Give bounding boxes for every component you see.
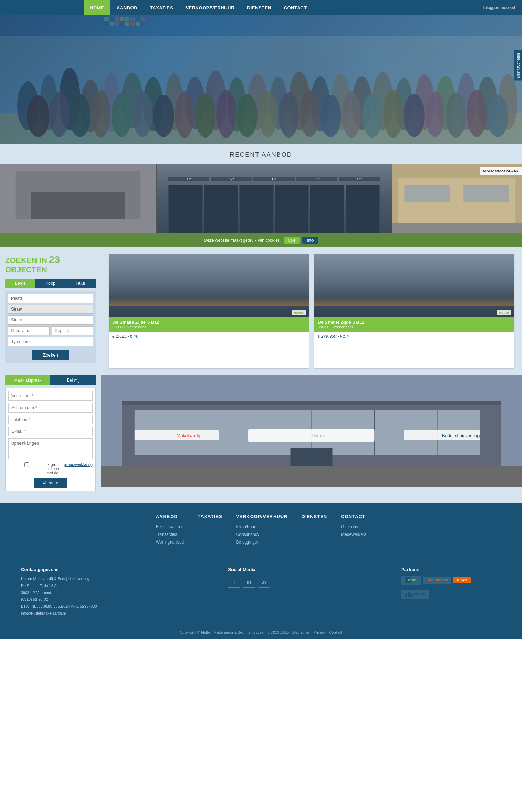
svg-rect-61	[120, 22, 124, 26]
straat-label	[8, 305, 93, 314]
svg-rect-53	[120, 17, 124, 21]
footer-company: Hutten Makelaardij & Bedrijfshuisvesting…	[21, 576, 97, 617]
twitter-icon[interactable]: tw	[258, 576, 270, 588]
footer-col-contact: CONTACT Over ons Medewerkers	[341, 514, 366, 547]
svg-text:Bedrijfshuisvesting: Bedrijfshuisvesting	[442, 433, 480, 438]
footer-woningaanbod[interactable]: Woningaanbod	[156, 540, 184, 545]
verstuur-button[interactable]: Verstuur	[34, 478, 67, 488]
partner-row-1: tmi tmi Cyclomedia funda	[401, 576, 501, 585]
zoeken-button[interactable]: Zoeken	[32, 350, 68, 360]
svg-rect-65	[141, 22, 145, 26]
svg-rect-89	[122, 401, 501, 405]
prop-card-price-2: € 279.950,- v.o.n.	[314, 332, 514, 341]
cookie-info-button[interactable]: Info	[302, 237, 318, 244]
footer-transacties[interactable]: Transacties	[156, 532, 184, 537]
email-input[interactable]	[8, 427, 93, 436]
footer-email[interactable]: info@HuttenMakelaardij.nl	[21, 611, 66, 615]
svg-point-29	[92, 90, 110, 138]
cookie-ok-button[interactable]: Oké	[284, 237, 300, 244]
property-card-2[interactable]: Hutten De Smalle Zijde 5 B12 3903 LL Vee…	[314, 254, 514, 368]
telefoon-input[interactable]	[8, 415, 93, 424]
achternaam-input[interactable]	[8, 403, 93, 413]
footer-bedrijfsaanbod[interactable]: Bedrijfsaanbod	[156, 524, 184, 529]
svg-rect-64	[136, 22, 140, 26]
type-pand-input[interactable]	[8, 337, 93, 346]
footer-consultancy[interactable]: Consultancy	[236, 532, 288, 537]
nav-verkoop[interactable]: VERKOOP/VERHUUR	[179, 0, 240, 15]
svg-point-38	[279, 92, 299, 138]
footer-koop-huur[interactable]: Koop/huur	[236, 524, 288, 529]
svg-rect-51	[110, 17, 114, 21]
svg-point-27	[49, 92, 69, 137]
svg-text:tmi: tmi	[408, 578, 411, 582]
svg-point-35	[216, 90, 236, 138]
mijn-favorieten-tab[interactable]: Mijn favorieten	[514, 50, 522, 81]
prop-card-title-2: De Smalle Zijde 5 B12	[318, 320, 511, 325]
footer-verkoop-heading: VERKOOP/VERHUUR	[236, 514, 288, 519]
svg-point-31	[133, 91, 152, 137]
nav-login[interactable]: Inloggen move.nl	[483, 5, 522, 10]
hutten-building-photo: Hutten Makelaardij Bedrijfshuisvesting	[101, 375, 522, 487]
footer-beleggingen[interactable]: Beleggingen	[236, 540, 288, 545]
afspraak-tabs: Maak afspraak Bel mij	[5, 375, 96, 385]
svg-rect-75	[101, 466, 522, 487]
tab-huur[interactable]: Huur	[65, 279, 96, 288]
linkedin-icon[interactable]: in	[243, 576, 255, 588]
hutten-logo-1: Hutten	[292, 310, 306, 315]
prop-card-info-1: De Smalle Zijde 5 B12 3903 LL Veenendaal	[109, 317, 309, 332]
svg-rect-54	[125, 17, 129, 21]
tab-maak-afspraak[interactable]: Maak afspraak	[5, 375, 50, 385]
svg-rect-94	[406, 593, 407, 597]
footer-col-verkoop: VERKOOP/VERHUUR Koop/huur Consultancy Be…	[236, 514, 288, 547]
footer-privacy[interactable]: Privacy	[313, 630, 326, 634]
privacy-link[interactable]: privacyverklaring	[64, 462, 93, 467]
footer-partners-heading: Partners	[401, 567, 501, 572]
prop-card-info-2: De Smalle Zijde 5 B12 3903 LL Veenendaal	[314, 317, 514, 332]
zoeken-tabs: Beide Koop Huur	[5, 279, 96, 288]
strip-interior	[0, 164, 157, 233]
footer-col-taxaties: TAXATIES	[198, 514, 222, 547]
nav-aanbod[interactable]: AANBOD	[110, 0, 144, 15]
footer-contactgegevens: Contactgegevens Hutten Makelaardij & Bed…	[21, 567, 97, 617]
copyright-text: Copyright © Hutten Makelaardij & Bedrijf…	[180, 630, 289, 634]
straat-input[interactable]	[8, 315, 93, 325]
svg-point-37	[259, 91, 277, 137]
svg-text:Hutten: Hutten	[311, 433, 325, 438]
footer-phone[interactable]: (0318) 51 90 02	[21, 597, 48, 601]
prop-card-price-1: € 1.625,- p.m.	[109, 332, 309, 341]
footer-contactgegevens-heading: Contactgegevens	[21, 567, 97, 572]
facebook-icon[interactable]: f	[228, 576, 240, 588]
svg-rect-73	[392, 223, 522, 233]
footer-bottom-cols: Contactgegevens Hutten Makelaardij & Bed…	[21, 567, 501, 617]
cyclomedia-logo: Cyclomedia	[423, 577, 452, 584]
svg-rect-90	[291, 448, 333, 466]
plaats-input[interactable]	[8, 294, 93, 303]
nav-contact[interactable]: CONTACT	[278, 0, 313, 15]
zoeken-title: ZOEKEN IN 23 OBJECTEN	[5, 254, 96, 274]
footer-contact-link[interactable]: Contact	[329, 630, 342, 634]
nav-home[interactable]: HOME	[84, 0, 110, 15]
opp-vanaf-input[interactable]	[8, 326, 50, 335]
footer-over-ons[interactable]: Over ons	[341, 524, 366, 529]
smalle-zijde-img-1: Hutten	[109, 254, 309, 317]
privacy-checkbox[interactable]	[8, 462, 45, 467]
strip-morsestraat: Morsestraat 24-24K	[392, 164, 522, 233]
tab-bel-mij[interactable]: Bel mij	[50, 375, 96, 385]
opmerkingen-input[interactable]	[8, 438, 93, 459]
opp-tot-input[interactable]	[52, 326, 93, 335]
svg-rect-68	[31, 192, 125, 219]
nav-diensten[interactable]: DIENSTEN	[241, 0, 278, 15]
tab-beide[interactable]: Beide	[5, 279, 35, 288]
footer-disclaimer[interactable]: Disclaimer	[292, 630, 310, 634]
svg-point-34	[195, 93, 215, 138]
footer-contact-heading: CONTACT	[341, 514, 366, 519]
smalle-orange-accent-2	[314, 298, 514, 306]
footer-medewerkers[interactable]: Medewerkers	[341, 532, 366, 537]
garage-doors	[168, 185, 380, 233]
voornaam-input[interactable]	[8, 391, 93, 401]
svg-rect-58	[104, 22, 109, 26]
tab-koop[interactable]: Koop	[35, 279, 66, 288]
svg-rect-95	[408, 592, 409, 597]
property-card-1[interactable]: Hutten De Smalle Zijde 5 B12 3903 LL Vee…	[109, 254, 309, 368]
nav-taxaties[interactable]: TAXATIES	[144, 0, 179, 15]
